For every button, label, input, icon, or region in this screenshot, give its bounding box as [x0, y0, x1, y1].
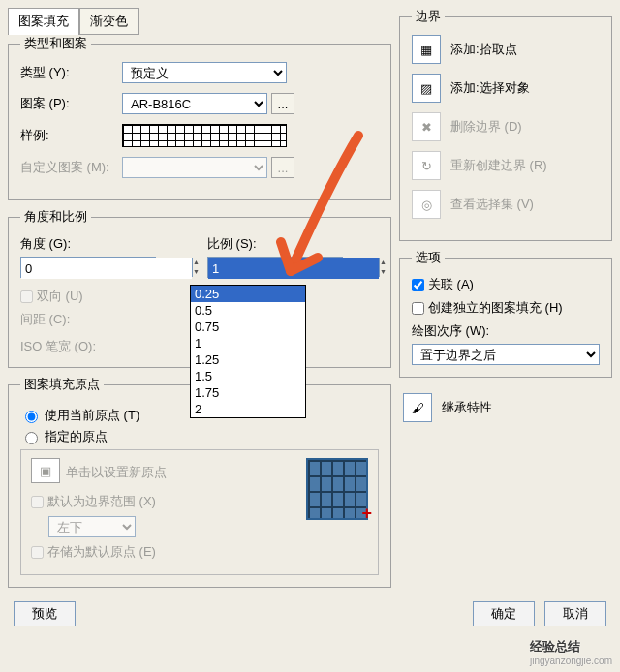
- label-assoc: 关联 (A): [428, 276, 474, 293]
- group-type-pattern: 类型和图案 类型 (Y): 预定义 图案 (P): AR-B816C ... 样…: [8, 35, 391, 200]
- checkbox-default-extent: [31, 496, 44, 508]
- label-pattern: 图案 (P):: [20, 95, 122, 112]
- add-select-object-button[interactable]: ▨ 添加:选择对象: [412, 74, 600, 103]
- select-draw-order[interactable]: 置于边界之后: [412, 344, 600, 365]
- select-object-icon: ▨: [412, 74, 441, 103]
- legend-boundary: 边界: [412, 8, 445, 25]
- legend-angle: 角度和比例: [20, 208, 91, 226]
- recreate-boundary-icon: ↻: [412, 151, 441, 180]
- scale-option[interactable]: 0.5: [191, 302, 305, 319]
- checkbox-double: [20, 290, 33, 303]
- scale-option[interactable]: 1.25: [191, 351, 305, 368]
- view-selection-icon: ◎: [412, 190, 441, 219]
- label-current-origin: 使用当前原点 (T): [45, 407, 140, 424]
- pattern-swatch[interactable]: [122, 124, 287, 147]
- label-specified-origin: 指定的原点: [45, 428, 108, 445]
- group-options: 选项 关联 (A) 创建独立的图案填充 (H) 绘图次序 (W): 置于边界之后: [399, 249, 612, 378]
- inherit-props-button[interactable]: 🖌 继承特性: [403, 393, 608, 422]
- label-iso: ISO 笔宽 (O):: [20, 338, 122, 355]
- legend-origin: 图案填充原点: [20, 376, 104, 393]
- legend-type: 类型和图案: [20, 35, 91, 52]
- label-store-default: 存储为默认原点 (E): [47, 543, 156, 561]
- more-pattern-button[interactable]: ...: [271, 93, 294, 114]
- input-scale[interactable]: ▲▼: [207, 257, 343, 278]
- spin-down-icon[interactable]: ▼: [193, 267, 200, 277]
- tab-gradient[interactable]: 渐变色: [79, 8, 139, 35]
- inherit-icon: 🖌: [403, 393, 432, 422]
- label-independent: 创建独立的图案填充 (H): [428, 299, 563, 317]
- tab-pattern-fill[interactable]: 图案填充: [8, 8, 79, 35]
- select-extent-pos: 左下: [48, 516, 136, 537]
- label-default-extent: 默认为边界范围 (X): [47, 493, 156, 510]
- checkbox-store-default: [31, 546, 44, 559]
- preview-button[interactable]: 预览: [14, 601, 76, 626]
- recreate-boundary-button: ↻ 重新创建边界 (R): [412, 151, 600, 180]
- delete-boundary-icon: ✖: [412, 112, 441, 141]
- legend-options: 选项: [412, 249, 445, 266]
- scale-option[interactable]: 2: [191, 401, 305, 417]
- scale-option[interactable]: 1.5: [191, 368, 305, 384]
- delete-boundary-button: ✖ 删除边界 (D): [412, 112, 600, 141]
- label-double: 双向 (U): [37, 288, 83, 305]
- pick-point-icon: ▦: [412, 35, 441, 64]
- radio-specified-origin[interactable]: [25, 432, 38, 444]
- add-pick-point-button[interactable]: ▦ 添加:拾取点: [412, 35, 600, 64]
- checkbox-assoc[interactable]: [412, 279, 424, 291]
- watermark: 经验总结 jingyanzongjie.com: [530, 633, 612, 666]
- scale-option[interactable]: 0.25: [191, 286, 305, 302]
- more-custom-button: ...: [271, 157, 294, 178]
- label-spacing: 间距 (C):: [20, 311, 88, 328]
- spin-up-icon[interactable]: ▲: [380, 258, 387, 267]
- origin-preview-swatch: [306, 458, 368, 520]
- cancel-button[interactable]: 取消: [544, 601, 606, 626]
- label-type: 类型 (Y):: [20, 64, 122, 81]
- spin-down-icon[interactable]: ▼: [380, 267, 387, 277]
- select-pattern[interactable]: AR-B816C: [122, 93, 267, 114]
- scale-option[interactable]: 0.75: [191, 319, 305, 335]
- view-selection-button: ◎ 查看选择集 (V): [412, 190, 600, 219]
- group-boundary: 边界 ▦ 添加:拾取点 ▨ 添加:选择对象 ✖ 删除边界 (D) ↻ 重新创建边…: [399, 8, 612, 241]
- label-scale: 比例 (S):: [207, 235, 379, 253]
- ok-button[interactable]: 确定: [473, 601, 535, 626]
- select-custom: [122, 157, 267, 178]
- label-draw-order: 绘图次序 (W):: [412, 322, 600, 340]
- select-type[interactable]: 预定义: [122, 62, 287, 83]
- scale-option[interactable]: 1.75: [191, 384, 305, 401]
- set-origin-icon: ▣: [31, 458, 60, 483]
- label-angle: 角度 (G):: [20, 235, 192, 253]
- label-click-set: 单击以设置新原点: [66, 464, 167, 481]
- checkbox-independent[interactable]: [412, 302, 424, 315]
- scale-dropdown-list[interactable]: 0.25 0.5 0.75 1 1.25 1.5 1.75 2: [190, 285, 306, 418]
- spin-up-icon[interactable]: ▲: [193, 258, 200, 267]
- input-angle[interactable]: ▲▼: [20, 257, 156, 278]
- scale-option[interactable]: 1: [191, 335, 305, 351]
- radio-current-origin[interactable]: [25, 411, 38, 423]
- label-custom: 自定义图案 (M):: [20, 159, 122, 176]
- label-sample: 样例:: [20, 127, 122, 144]
